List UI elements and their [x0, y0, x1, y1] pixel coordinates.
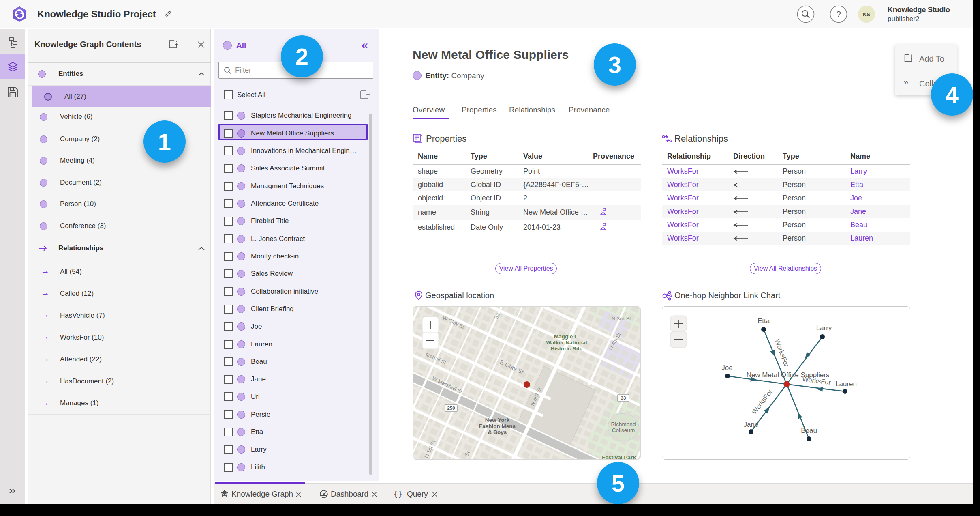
svg-text:?: ?	[836, 9, 841, 19]
svg-text:Historic Site: Historic Site	[551, 346, 583, 352]
svg-text:Jane: Jane	[744, 421, 759, 428]
svg-text:New York: New York	[485, 417, 510, 423]
svg-text:33: 33	[621, 396, 626, 400]
svg-text:Etta: Etta	[757, 317, 770, 325]
svg-text:WorksFor: WorksFor	[751, 388, 774, 415]
svg-text:Coliseum: Coliseum	[612, 427, 635, 433]
svg-text:N 3rd St: N 3rd St	[612, 316, 631, 322]
svg-text:Lauren: Lauren	[835, 380, 857, 388]
svg-text:Walker National: Walker National	[546, 340, 587, 346]
svg-text:Larry: Larry	[816, 324, 832, 332]
svg-text:Festival Park: Festival Park	[602, 454, 636, 460]
svg-text:Beau: Beau	[801, 427, 817, 434]
svg-text:Richmond: Richmond	[611, 421, 636, 427]
svg-text:Maggie L.: Maggie L.	[554, 333, 579, 340]
svg-text:Joe: Joe	[721, 364, 732, 372]
svg-text:250: 250	[447, 406, 455, 411]
svg-text:& Boys: & Boys	[488, 429, 507, 435]
svg-text:Fashion Mens: Fashion Mens	[479, 423, 516, 429]
svg-text:WorksFor: WorksFor	[774, 338, 790, 368]
